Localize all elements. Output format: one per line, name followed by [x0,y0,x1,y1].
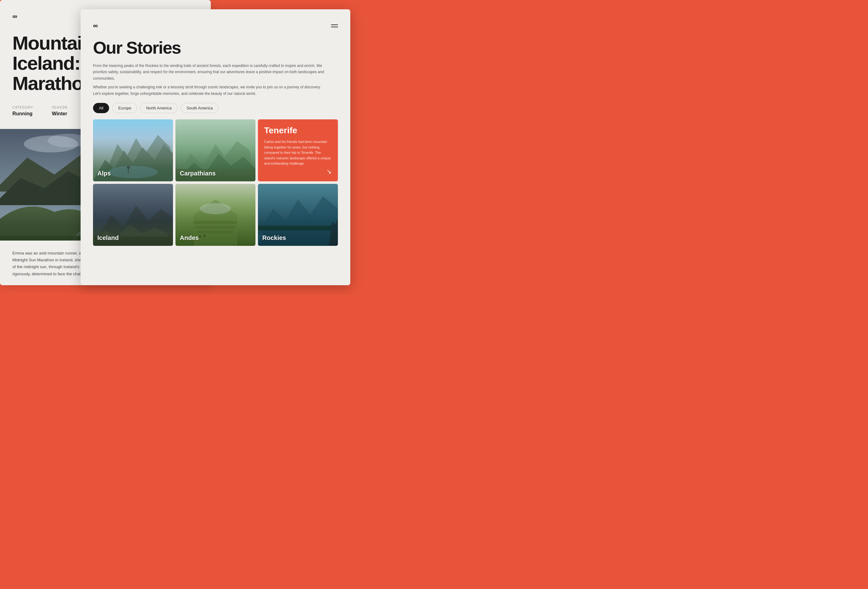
grid-item-tenerife[interactable]: Tenerife Carlos and his friends had been… [258,120,338,182]
front-card: ∞ Our Stories From the towering peaks of… [81,9,350,285]
svg-point-13 [127,166,130,169]
grid-item-alps[interactable]: Alps [93,120,173,182]
rockies-label: Rockies [262,234,286,242]
tenerife-description: Carlos and his friends had been mountain… [264,139,332,168]
svg-rect-35 [258,226,338,230]
meta-season: SEASON Winter [52,106,68,117]
grid-item-andes[interactable]: Andes [176,184,255,246]
svg-point-29 [199,235,201,238]
meta-category-value: Running [12,111,32,116]
svg-point-30 [203,235,206,237]
back-logo: ∞ [12,12,17,21]
meta-category-label: CATEGORY [12,106,33,109]
svg-point-12 [108,166,158,178]
andes-label: Andes [180,234,199,242]
front-logo: ∞ [93,22,97,30]
meta-category: CATEGORY Running [12,106,33,117]
description-1: From the towering peaks of the Rockies t… [93,63,326,81]
filter-row: All Europe North America South America [93,103,338,113]
grid-item-carpathians[interactable]: Carpathians [176,120,255,182]
svg-rect-27 [197,230,234,233]
svg-point-28 [200,203,231,214]
hamburger-line-1 [331,25,338,25]
grid-item-iceland[interactable]: Iceland [93,184,173,246]
menu-button[interactable] [331,25,338,27]
page-title: Our Stories [93,39,338,56]
svg-rect-26 [195,226,236,229]
iceland-label: Iceland [97,234,119,242]
grid-item-rockies[interactable]: Rockies [258,184,338,246]
hamburger-line-2 [331,27,338,27]
filter-all[interactable]: All [93,103,109,113]
filter-north-america[interactable]: North America [140,103,177,113]
meta-season-label: SEASON [52,106,68,109]
meta-season-value: Winter [52,111,67,116]
stories-grid: Alps Carpathians Tenerife [93,120,338,285]
tenerife-arrow-icon: ↘ [326,168,332,175]
alps-label: Alps [97,170,111,177]
filter-europe[interactable]: Europe [112,103,137,113]
description-2: Whether you're seeking a challenging tre… [93,84,326,97]
filter-south-america[interactable]: South America [181,103,219,113]
carpathians-label: Carpathians [180,170,216,177]
svg-rect-25 [194,221,237,224]
tenerife-title: Tenerife [264,125,332,136]
top-bar: ∞ [93,22,338,30]
